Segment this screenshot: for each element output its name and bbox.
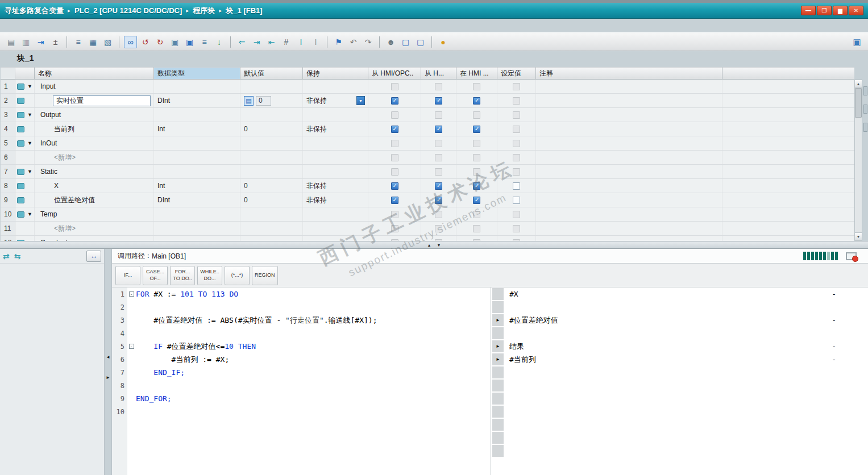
code-line[interactable]: 9END_FOR; xyxy=(112,392,491,405)
retain-cell[interactable]: 非保持 xyxy=(303,122,368,136)
checkbox-checked[interactable] xyxy=(473,126,480,133)
collapse-left-handle[interactable]: ◄ xyxy=(105,355,111,360)
data-type-cell[interactable] xyxy=(154,151,240,164)
splitter[interactable]: ▲ ▼ xyxy=(0,241,868,249)
default-value-cell[interactable] xyxy=(240,151,303,164)
breadcrumb-item[interactable]: 块_1 [FB1] xyxy=(226,6,262,16)
keep-values-icon[interactable]: ± xyxy=(49,36,62,48)
indent-left-icon[interactable]: ⇤ xyxy=(265,36,278,48)
collapse-right-handle[interactable]: ► xyxy=(105,375,111,380)
scroll-down-button[interactable]: ▼ xyxy=(855,232,862,240)
task-card-tab-icon[interactable] xyxy=(863,86,867,95)
snippet-button[interactable]: (*...*) xyxy=(225,266,250,285)
monitoring-off-icon[interactable] xyxy=(846,252,857,260)
section-expander-icon[interactable]: ▼ xyxy=(27,112,32,118)
name-edit-input[interactable]: 实时位置 xyxy=(53,95,151,106)
comment-cell[interactable] xyxy=(536,207,722,221)
breadcrumb-item[interactable]: PLC_2 [CPU 1214C DC/DC/DC] xyxy=(74,6,182,15)
name-cell[interactable]: Constant xyxy=(35,236,154,241)
name-cell[interactable]: <新增> xyxy=(35,151,154,164)
copy-snapshot-icon[interactable]: ▣ xyxy=(183,36,196,48)
default-value-cell[interactable] xyxy=(240,222,303,235)
add-row-icon[interactable]: ▧ xyxy=(101,36,114,48)
next-position-icon[interactable]: ↷ xyxy=(362,36,375,48)
reset-start-values-icon[interactable]: ↺ xyxy=(139,36,152,48)
retain-cell[interactable] xyxy=(303,222,368,235)
comment-cell[interactable] xyxy=(536,151,722,164)
indent-right-icon[interactable]: ⇥ xyxy=(250,36,263,48)
snippet-button[interactable]: FOR... TO DO.. xyxy=(170,266,195,285)
snapshot-icon[interactable]: ▣ xyxy=(168,36,181,48)
default-value-cell[interactable] xyxy=(240,165,303,178)
table-row[interactable]: 7▼Static xyxy=(1,165,854,179)
data-type-cell[interactable]: Int xyxy=(154,122,240,136)
absolute-symbolic-toggle-icon[interactable]: ⇄ xyxy=(3,252,10,261)
import-export-icon[interactable]: ⇥ xyxy=(34,36,47,48)
code-line[interactable]: 6 #当前列 := #X; xyxy=(112,353,491,366)
data-type-cell[interactable] xyxy=(154,236,240,241)
breadcrumb-item[interactable]: 程序块 xyxy=(193,6,215,16)
retain-cell[interactable] xyxy=(303,80,368,93)
retain-cell[interactable]: 非保持 xyxy=(303,179,368,193)
snippet-button[interactable]: REGION xyxy=(252,266,278,285)
checkbox-checked[interactable] xyxy=(435,182,442,190)
comment-cell[interactable] xyxy=(536,236,722,241)
retain-cell[interactable]: 非保持▼ xyxy=(303,94,368,107)
checkbox-unchecked[interactable] xyxy=(513,197,520,204)
checkbox-checked[interactable] xyxy=(391,126,398,133)
data-type-cell[interactable] xyxy=(154,108,240,122)
column-header-from-hmi[interactable]: 从 H... xyxy=(421,67,456,80)
checkbox-checked[interactable] xyxy=(435,197,442,204)
default-value-cell[interactable] xyxy=(240,108,303,122)
name-cell[interactable]: Static xyxy=(35,165,154,178)
column-header-setpoint[interactable]: 设定值 xyxy=(497,67,536,80)
protection-icon[interactable]: ● xyxy=(437,36,450,48)
data-type-cell[interactable]: Int xyxy=(154,179,240,193)
close-button[interactable]: ✕ xyxy=(849,6,863,15)
name-cell[interactable]: 位置差绝对值 xyxy=(35,193,154,207)
checkbox-unchecked[interactable] xyxy=(513,182,520,190)
table-row[interactable]: 5▼InOut xyxy=(1,136,854,151)
default-value-cell[interactable]: ▤0 xyxy=(240,94,303,107)
comment-cell[interactable] xyxy=(536,165,722,178)
default-value-cell[interactable] xyxy=(240,207,303,221)
restore-button[interactable]: ❐ xyxy=(817,6,832,15)
code-line[interactable]: 7 END_IF; xyxy=(112,366,491,379)
name-cell[interactable]: X xyxy=(35,179,154,193)
code-line[interactable]: 4 xyxy=(112,327,491,340)
fold-toggle[interactable]: - xyxy=(129,344,134,349)
data-type-cell[interactable] xyxy=(154,136,240,150)
snippet-button[interactable]: CASE... OF... xyxy=(143,266,168,285)
load-values-icon[interactable]: ≡ xyxy=(198,36,211,48)
default-value-cell[interactable]: 0 xyxy=(240,179,303,193)
stop-monitoring-icon[interactable]: ↻ xyxy=(153,36,167,48)
data-type-cell[interactable]: DInt xyxy=(154,94,240,107)
checkbox-checked[interactable] xyxy=(435,126,442,133)
expand-all-icon[interactable]: # xyxy=(280,36,293,48)
name-cell[interactable]: InOut xyxy=(35,136,154,150)
user-icon[interactable]: ☻ xyxy=(384,36,397,48)
absolute-operands-icon[interactable]: I xyxy=(294,36,308,48)
checkbox-checked[interactable] xyxy=(473,197,480,204)
comment-cell[interactable] xyxy=(536,108,722,122)
comment-cell[interactable] xyxy=(536,80,722,93)
column-header-retain[interactable]: 保持 xyxy=(303,67,368,80)
column-header-default[interactable]: 默认值 xyxy=(240,67,303,80)
column-header-comment[interactable]: 注释 xyxy=(536,67,722,80)
checkbox-checked[interactable] xyxy=(473,97,480,105)
split-view-2-icon[interactable]: ▢ xyxy=(414,36,427,48)
retain-cell[interactable] xyxy=(303,151,368,164)
column-header-datatype[interactable]: 数据类型 xyxy=(154,67,240,80)
breadcrumb-item[interactable]: 寻址多路复合变量 xyxy=(5,6,64,16)
data-type-cell[interactable] xyxy=(154,207,240,221)
value-browse-icon[interactable]: ▤ xyxy=(244,96,254,106)
panel-divider[interactable]: ◄ ► xyxy=(105,249,111,475)
column-header-hmi-opc[interactable]: 从 HMI/OPC.. xyxy=(368,67,421,80)
download-icon[interactable]: ↓ xyxy=(213,36,226,48)
task-card-tab-icon[interactable] xyxy=(863,123,867,132)
column-header-in-hmi[interactable]: 在 HMI ... xyxy=(456,67,497,80)
retain-cell[interactable]: 非保持 xyxy=(303,193,368,207)
table-row[interactable]: 6<新增> xyxy=(1,151,854,165)
open-interface-2-icon[interactable]: ▥ xyxy=(19,36,32,48)
open-interface-icon[interactable]: ▤ xyxy=(5,36,18,48)
